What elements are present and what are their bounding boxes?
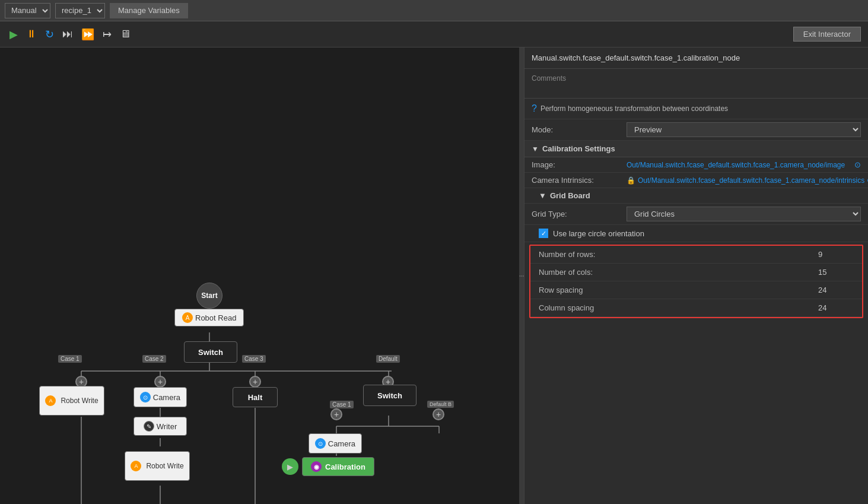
case1-label: Case 1 [58,355,82,363]
grid-board-header[interactable]: ▼ Grid Board [524,188,868,204]
calibration-section-title: Calibration Settings [542,144,615,153]
plus-case2[interactable]: + [154,376,166,388]
calibration-icon: ◉ [311,461,322,472]
robot-read-node[interactable]: A Robot Read [174,309,244,327]
halt-node[interactable]: Halt [233,387,278,407]
use-large-circle-checkbox[interactable]: ✓ [539,229,548,238]
grid-params-section: Number of rows: 9 Number of cols: 15 Row… [529,245,863,318]
canvas-area[interactable]: Start A Robot Read Switch Case 1 Case 2 … [0,47,519,504]
robot-write1-icon: A [45,395,56,406]
mode-select[interactable]: Preview [627,122,861,137]
screenshot-button[interactable]: 🖥 [117,26,133,43]
grid-type-select[interactable]: Grid Circles [627,207,861,221]
camera-intrinsics-label: Camera Intrinsics: [532,176,627,185]
robot-write2-node[interactable]: A Robot Write [125,451,190,481]
robot-write2-icon: A [131,461,141,471]
column-spacing-label: Column spacing [539,303,818,312]
image-row: Image: Out/Manual.switch.fcase_default.s… [524,157,868,173]
row-spacing-value: 24 [818,286,854,294]
use-large-circle-label: Use large circle orientation [553,229,644,238]
case3-label: Case 3 [242,355,266,363]
section-arrow: ▼ [532,145,539,153]
calibration-play-icon[interactable]: ▶ [282,458,298,475]
step-over-button[interactable]: ↦ [100,26,114,43]
calibration-section-header[interactable]: ▼ Calibration Settings [524,141,868,157]
recipe-select[interactable]: recipe_1 [55,3,105,18]
panel-title: Manual.switch.fcase_default.switch.fcase… [524,47,868,69]
number-of-rows-value: 9 [818,250,854,259]
toolbar: ▶ ⏸ ↻ ⏭ ⏩ ↦ 🖥 Exit Interactor [0,21,868,47]
robot-read-icon: A [182,312,193,323]
camera-intrinsics-row: Camera Intrinsics: 🔒 Out/Manual.switch.f… [524,173,868,188]
fast-forward-button[interactable]: ⏩ [79,26,97,43]
camera-intrinsics-icon: 🔒 [627,176,635,185]
grid-board-title: Grid Board [550,191,590,200]
grid-type-row: Grid Type: Grid Circles [524,204,868,225]
info-icon: ? [532,103,537,114]
plus-inner-case1[interactable]: + [330,408,342,420]
play-button[interactable]: ▶ [7,26,20,43]
exit-interactor-button[interactable]: Exit Interactor [793,27,861,42]
default-label: Default [376,355,400,363]
grid-type-label: Grid Type: [532,210,627,218]
calibration-node[interactable]: ◉ Calibration [302,457,374,476]
mode-label: Mode: [532,125,627,134]
case1-inner-label: Case 1 [330,401,354,408]
camera-intrinsics-link[interactable]: Out/Manual.switch.fcase_default.switch.f… [638,176,864,185]
flow-connections [0,47,519,504]
number-of-rows-row: Number of rows: 9 [530,246,862,264]
camera1-icon: ⊙ [140,392,151,402]
comments-label: Comments [532,74,566,83]
default-inner-label: Default B [427,401,454,408]
camera2-node[interactable]: ⊙ Camera [309,433,362,454]
plus-inner-default[interactable]: + [433,408,444,420]
pause-button[interactable]: ⏸ [24,26,39,43]
robot-write1-node[interactable]: A Robot Write [39,386,104,416]
info-text: Perform homogeneous transformation betwe… [540,104,728,113]
number-of-cols-value: 15 [818,268,854,277]
switch2-node[interactable]: Switch [363,385,416,406]
top-bar: Manual recipe_1 Manage Variables [0,0,868,21]
mode-row: Mode: Preview [524,119,868,141]
column-spacing-value: 24 [818,303,854,312]
start-node[interactable]: Start [196,283,222,309]
plus-case3[interactable]: + [249,376,261,388]
panel-divider[interactable]: • • • [519,47,524,504]
number-of-cols-label: Number of cols: [539,268,818,277]
camera1-node[interactable]: ⊙ Camera [133,387,187,407]
mode-select[interactable]: Manual [5,3,50,18]
case2-label: Case 2 [142,355,166,363]
step-button[interactable]: ⏭ [60,26,75,43]
number-of-rows-label: Number of rows: [539,250,818,259]
main-content: Start A Robot Read Switch Case 1 Case 2 … [0,47,868,504]
comments-area: Comments [524,69,868,99]
row-spacing-label: Row spacing [539,286,818,294]
calibration-row: ▶ ◉ Calibration [282,457,374,476]
image-label: Image: [532,160,627,169]
use-large-circle-row: ✓ Use large circle orientation [524,225,868,242]
image-link[interactable]: Out/Manual.switch.fcase_default.switch.f… [627,161,852,169]
manage-variables-button[interactable]: Manage Variables [110,3,188,18]
info-row: ? Perform homogeneous transformation bet… [524,99,868,119]
column-spacing-row: Column spacing 24 [530,299,862,317]
switch1-node[interactable]: Switch [184,341,237,363]
camera2-icon: ⊙ [315,438,326,449]
refresh-button[interactable]: ↻ [43,26,56,43]
image-link-icon[interactable]: ⊙ [854,160,861,169]
number-of-cols-row: Number of cols: 15 [530,264,862,281]
writer-node[interactable]: ✎ Writer [133,417,187,436]
row-spacing-row: Row spacing 24 [530,281,862,299]
writer-icon: ✎ [144,421,154,432]
grid-board-arrow: ▼ [539,191,546,200]
right-panel: Manual.switch.fcase_default.switch.fcase… [524,47,868,504]
